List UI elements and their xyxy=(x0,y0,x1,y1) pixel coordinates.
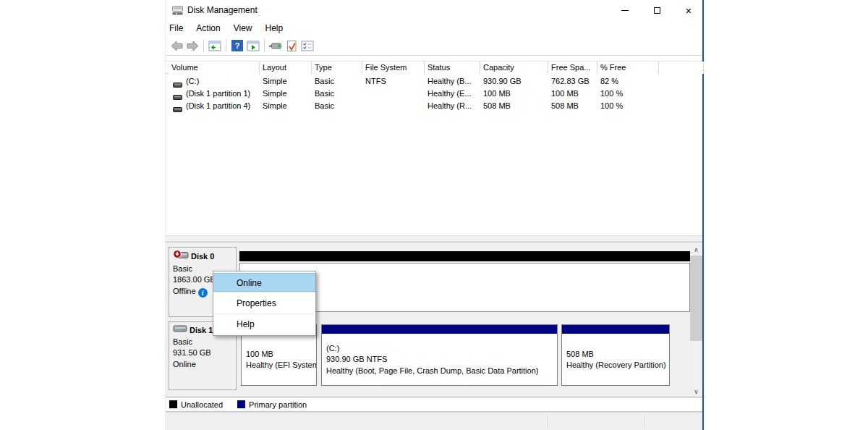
cell-capacity: 100 MB xyxy=(480,88,548,100)
menu-view[interactable]: View xyxy=(227,20,259,36)
menu-separator xyxy=(214,313,315,314)
menu-file[interactable]: File xyxy=(166,20,190,36)
partition-status: Healthy (Boot, Page File, Crash Dump, Ba… xyxy=(326,366,557,377)
title-bar[interactable]: Disk Management × xyxy=(166,0,702,20)
volume-icon xyxy=(173,91,182,100)
column-header-type[interactable]: Type xyxy=(312,62,362,74)
vertical-scrollbar[interactable]: ∧ ∨ xyxy=(690,244,702,397)
cell-capacity: 508 MB xyxy=(480,100,548,112)
disk1-partition-c[interactable]: (C:) 930.90 GB NTFS Healthy (Boot, Page … xyxy=(321,324,558,386)
cell-layout: Simple xyxy=(260,75,312,88)
context-menu-item-online[interactable]: Online xyxy=(213,273,315,292)
partition-size: 100 MB xyxy=(246,349,316,361)
primary-partition-band xyxy=(322,325,557,334)
disk1-icon xyxy=(173,324,187,337)
scrollbar-thumb[interactable] xyxy=(690,256,702,341)
disk1-type: Basic xyxy=(173,337,232,348)
toolbar: ? xyxy=(166,36,702,56)
partition-size: 508 MB xyxy=(566,349,669,361)
volume-name: (C:) xyxy=(186,75,199,88)
toolbar-separator xyxy=(264,39,265,52)
cell-free-space: 762.83 GB xyxy=(548,75,597,88)
app-icon xyxy=(171,5,184,19)
cell-type: Basic xyxy=(312,88,362,100)
volume-icon xyxy=(173,104,182,112)
cell-type: Basic xyxy=(312,100,362,112)
disk0-status: Offline xyxy=(173,287,196,295)
cell-file-system xyxy=(362,88,425,100)
back-icon[interactable] xyxy=(169,38,184,53)
scroll-up-icon[interactable]: ∧ xyxy=(690,244,702,256)
cell-status: Healthy (E... xyxy=(425,88,480,100)
menu-bar: File Action View Help xyxy=(166,20,702,36)
disk-graph-panel: Disk 0 Basic 1863.00 GB Offlinei Disk 1 xyxy=(166,242,702,397)
cell-file-system xyxy=(362,100,425,112)
toolbar-separator xyxy=(203,39,204,52)
partition-status: Healthy (EFI System Partition) xyxy=(246,360,316,371)
cell-status: Healthy (R... xyxy=(425,100,480,112)
disk-properties-list-icon[interactable] xyxy=(299,38,315,53)
cell-layout: Simple xyxy=(260,88,312,100)
disk0-unallocated-band[interactable] xyxy=(239,251,690,261)
close-button[interactable]: × xyxy=(673,0,705,20)
column-header-pct-free[interactable]: % Free xyxy=(597,62,659,74)
disk1-status: Online xyxy=(173,359,232,371)
column-header-volume[interactable]: Volume xyxy=(169,62,260,74)
disk1-name: Disk 1 xyxy=(190,325,213,337)
column-header-capacity[interactable]: Capacity xyxy=(480,62,548,74)
legend-bar: Unallocated Primary partition xyxy=(166,397,702,412)
cell-free-space: 508 MB xyxy=(548,100,597,112)
statusbar-separator xyxy=(547,416,548,428)
column-header-status[interactable]: Status xyxy=(425,62,480,74)
show-action-pane-icon[interactable] xyxy=(245,38,261,53)
window-title: Disk Management xyxy=(187,0,258,20)
statusbar-separator xyxy=(644,416,645,428)
validate-disk-icon[interactable] xyxy=(284,38,299,53)
cell-file-system: NTFS xyxy=(362,75,425,88)
disk0-offline-icon xyxy=(173,250,189,264)
legend-unallocated: Unallocated xyxy=(181,400,223,409)
forward-icon[interactable] xyxy=(184,38,200,53)
table-row[interactable]: (C:) Simple Basic NTFS Healthy (B... 930… xyxy=(166,75,702,88)
context-menu-item-help[interactable]: Help xyxy=(213,315,315,334)
partition-status: Healthy (Recovery Partition) xyxy=(566,360,669,371)
device-status-icon[interactable] xyxy=(268,38,284,53)
status-bar xyxy=(166,412,702,430)
menu-help[interactable]: Help xyxy=(259,20,290,36)
info-icon[interactable]: i xyxy=(198,288,208,298)
menu-action[interactable]: Action xyxy=(190,20,226,36)
context-menu: Online Properties Help xyxy=(213,271,316,336)
show-console-tree-icon[interactable] xyxy=(207,38,223,53)
volume-icon xyxy=(173,79,182,88)
cell-layout: Simple xyxy=(260,100,312,112)
column-header-blank xyxy=(659,62,704,74)
disk1-partition-recovery[interactable]: 508 MB Healthy (Recovery Partition) xyxy=(561,324,670,386)
scroll-down-icon[interactable]: ∨ xyxy=(690,386,702,397)
maximize-icon xyxy=(654,7,660,14)
partition-label: (C:) xyxy=(326,343,557,355)
table-row[interactable]: (Disk 1 partition 4) Simple Basic Health… xyxy=(166,100,702,112)
cell-pct-free: 100 % xyxy=(597,88,659,100)
legend-primary-partition: Primary partition xyxy=(249,400,307,409)
disk0-name: Disk 0 xyxy=(191,251,214,263)
volume-name: (Disk 1 partition 1) xyxy=(186,88,250,100)
column-header-layout[interactable]: Layout xyxy=(260,62,312,74)
table-row[interactable]: (Disk 1 partition 1) Simple Basic Health… xyxy=(166,88,702,100)
unallocated-swatch xyxy=(169,400,177,408)
close-icon: × xyxy=(686,5,692,16)
column-header-free-space[interactable]: Free Spa... xyxy=(548,62,597,74)
horizontal-scrollbar[interactable] xyxy=(166,235,702,242)
help-icon[interactable]: ? xyxy=(229,38,245,53)
minimize-button[interactable] xyxy=(609,0,641,20)
menu-separator xyxy=(214,292,315,293)
volume-name: (Disk 1 partition 4) xyxy=(186,100,250,112)
cell-free-space: 100 MB xyxy=(548,88,597,100)
toolbar-separator xyxy=(226,39,226,52)
primary-partition-band xyxy=(562,325,669,334)
cell-status: Healthy (B... xyxy=(425,75,480,88)
maximize-button[interactable] xyxy=(641,0,673,20)
minimize-icon xyxy=(621,10,629,11)
column-header-file-system[interactable]: File System xyxy=(362,62,425,74)
cell-type: Basic xyxy=(312,75,362,88)
context-menu-item-properties[interactable]: Properties xyxy=(213,294,315,313)
